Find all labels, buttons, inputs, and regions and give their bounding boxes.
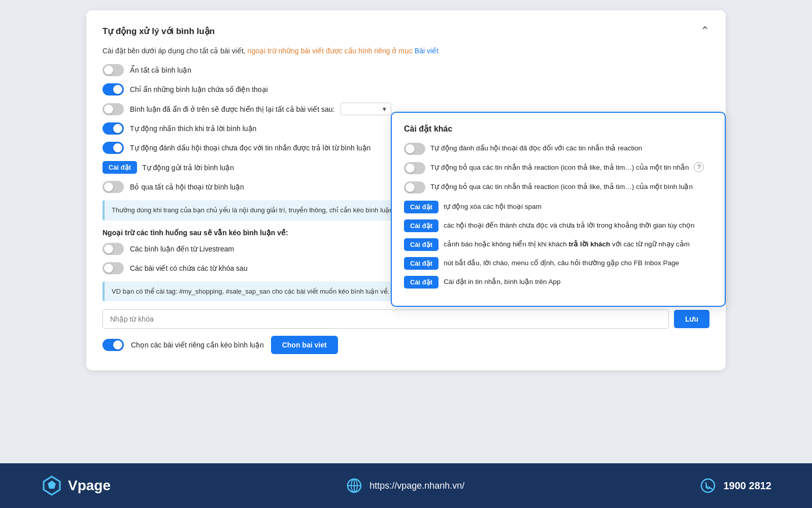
phone-icon xyxy=(700,478,716,494)
label-chon-bai-viet: Chọn các bài viết riêng cần kéo bình luậ… xyxy=(131,341,264,349)
overlay-label-2: Tự động bỏ qua các tin nhắn thả reaction… xyxy=(430,162,689,173)
toggle-auto-mark[interactable] xyxy=(103,142,124,154)
footer-phone: 1900 2812 xyxy=(723,480,771,492)
overlay-toggle-1[interactable] xyxy=(404,143,425,155)
footer-right: 1900 2812 xyxy=(700,478,771,494)
toggle-keywords[interactable] xyxy=(103,262,124,274)
globe-icon xyxy=(346,478,362,494)
overlay-toggle-row-2: Tự động bỏ qua các tin nhắn thả reaction… xyxy=(404,162,713,174)
dropdown-container[interactable]: 1 giờ 6 giờ 12 giờ 24 giờ ▼ xyxy=(341,103,391,115)
overlay-label-1: Tự động đánh dấu hội thoại đã đọc đối vớ… xyxy=(430,143,642,153)
toggle-row-hide-all: Ẩn tất cả bình luận xyxy=(103,64,709,76)
toggle-auto-like[interactable] xyxy=(103,122,124,135)
overlay-caidat-label-4: nút bắt đầu, lời chào, menu cố định, câu… xyxy=(444,259,679,268)
overlay-title: Cài đặt khác xyxy=(404,124,713,134)
svg-point-6 xyxy=(701,479,715,492)
overlay-btn-caidat-1[interactable]: Cài đặt xyxy=(404,201,438,213)
svg-marker-1 xyxy=(48,481,56,489)
toggle-skip-all[interactable] xyxy=(103,181,124,193)
toggle-row-hide-phone: Chỉ ẩn những bình luận chứa số điện thoạ… xyxy=(103,83,709,96)
label-keywords: Các bài viết có chứa các từ khóa sau xyxy=(130,264,248,272)
footer-logo-text: Vpage xyxy=(68,478,111,494)
toggle-hide-all[interactable] xyxy=(103,64,124,76)
overlay-toggle-2[interactable] xyxy=(404,162,425,174)
overlay-toggle-row-3: Tự động bỏ qua các tin nhắn thả reaction… xyxy=(404,181,713,194)
chon-bai-viet-row: Chọn các bài viết riêng cần kéo bình luậ… xyxy=(103,336,709,354)
overlay-caidat-row-1: Cài đặt tự động xóa các hội thoại spam xyxy=(404,201,713,213)
label-livestream: Các bình luận đến từ Livestream xyxy=(130,245,234,253)
footer-logo: Vpage xyxy=(41,474,111,497)
description: Cài đặt bên dưới áp dụng cho tất cả bài … xyxy=(103,47,709,55)
overlay-btn-caidat-2[interactable]: Cài đặt xyxy=(404,219,438,232)
overlay-caidat-row-4: Cài đặt nút bắt đầu, lời chào, menu cố đ… xyxy=(404,257,713,270)
overlay-btn-caidat-4[interactable]: Cài đặt xyxy=(404,257,438,270)
footer: Vpage https://vpage.nhanh.vn/ 1900 2812 xyxy=(0,463,812,508)
overlay-caidat-label-1: tự động xóa các hội thoại spam xyxy=(444,202,542,212)
time-dropdown[interactable]: 1 giờ 6 giờ 12 giờ 24 giờ xyxy=(341,103,391,115)
label-hide-phone: Chỉ ẩn những bình luận chứa số điện thoạ… xyxy=(130,85,268,93)
overlay-caidat-label-5: Cài đặt in tin nhắn, bình luận trên App xyxy=(444,277,560,287)
label-auto-like: Tự động nhấn thích khi trả lời bình luận xyxy=(130,124,256,133)
overlay-panel: Cài đặt khác Tự động đánh dấu hội thoại … xyxy=(391,112,726,307)
toggle-hide-phone[interactable] xyxy=(103,83,124,96)
overlay-toggle-row-1: Tự động đánh dấu hội thoại đã đọc đối vớ… xyxy=(404,143,713,155)
label-skip-all: Bỏ qua tất cả hội thoại từ bình luận xyxy=(130,183,244,191)
label-auto-reply: Tự động gửi trả lời bình luận xyxy=(142,164,234,172)
overlay-caidat-row-5: Cài đặt Cài đặt in tin nhắn, bình luận t… xyxy=(404,276,713,289)
toggle-show-after[interactable] xyxy=(103,103,124,115)
overlay-caidat-row-2: Cài đặt các hội thoại đến thành chưa đọc… xyxy=(404,219,713,232)
btn-chon-bai-viet[interactable]: Chon bai viet xyxy=(271,336,338,354)
overlay-caidat-label-2: các hội thoại đến thành chưa đọc và chưa… xyxy=(444,221,695,231)
overlay-caidat-label-3: cảnh báo hoặc không hiển thị khi khách t… xyxy=(444,240,690,249)
label-hide-all: Ẩn tất cả bình luận xyxy=(130,66,191,74)
section-header: Tự động xử lý với bình luận ⌃ xyxy=(103,24,709,38)
dropdown-label: Bình luận đã ẩn đi ở trên sẽ được hiển t… xyxy=(130,105,334,113)
section-title: Tự động xử lý với bình luận xyxy=(103,26,215,37)
overlay-toggle-3[interactable] xyxy=(404,181,425,194)
footer-url[interactable]: https://vpage.nhanh.vn/ xyxy=(369,481,464,491)
help-icon[interactable]: ? xyxy=(694,162,704,172)
btn-caidat-auto-reply[interactable]: Cài đặt xyxy=(103,161,137,174)
overlay-btn-caidat-3[interactable]: Cài đặt xyxy=(404,238,438,251)
toggle-chon-bai-viet[interactable] xyxy=(103,339,124,351)
overlay-btn-caidat-5[interactable]: Cài đặt xyxy=(404,276,438,289)
vpage-logo-icon xyxy=(41,474,63,497)
label-auto-mark: Tự động đánh dấu hội thoại chưa đọc với … xyxy=(130,144,370,152)
overlay-label-3: Tự động bỏ qua các tin nhắn thả reaction… xyxy=(430,181,693,192)
btn-luu[interactable]: Lưu xyxy=(674,310,709,328)
keyword-input[interactable] xyxy=(103,309,669,329)
collapse-icon[interactable]: ⌃ xyxy=(700,24,709,38)
overlay-caidat-row-3: Cài đặt cảnh báo hoặc không hiển thị khi… xyxy=(404,238,713,251)
toggle-livestream[interactable] xyxy=(103,243,124,255)
main-panel: Tự động xử lý với bình luận ⌃ Cài đặt bê… xyxy=(86,10,726,370)
footer-center: https://vpage.nhanh.vn/ xyxy=(346,478,464,494)
keyword-input-row: Lưu xyxy=(103,309,709,329)
